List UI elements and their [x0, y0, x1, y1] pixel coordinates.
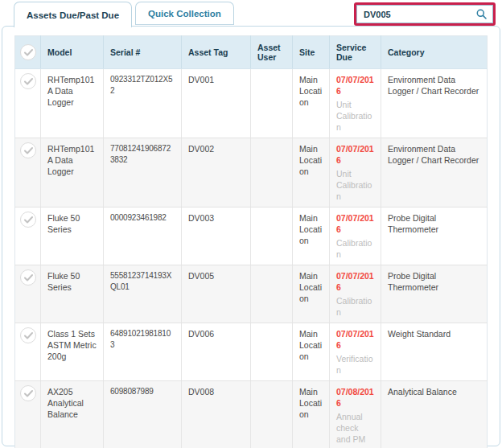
- cell-select: [15, 138, 41, 208]
- row-checkbox[interactable]: [20, 212, 36, 228]
- cell-model: Class 1 Sets ASTM Metric 200g: [41, 323, 104, 381]
- cell-asset-user: [251, 138, 293, 208]
- cell-category: Analytical Balance: [381, 381, 488, 448]
- column-header-asset-tag[interactable]: Asset Tag: [182, 36, 251, 69]
- cell-asset-user: [251, 208, 293, 265]
- search-input[interactable]: [357, 10, 476, 19]
- cell-model: Fluke 50 Series: [41, 208, 104, 265]
- cell-select: [15, 265, 41, 323]
- cell-asset-tag: DV008: [182, 381, 251, 448]
- cell-category: Weight Standard: [381, 323, 488, 381]
- service-due-type: Verification: [336, 353, 374, 376]
- tab-quick-collection[interactable]: Quick Collection: [135, 2, 234, 25]
- cell-site: Main Location: [293, 69, 330, 138]
- cell-model: Fluke 50 Series: [41, 265, 104, 323]
- cell-serial: 0000923461982: [104, 208, 182, 265]
- service-due-date: 07/07/2016: [336, 74, 374, 97]
- row-checkbox[interactable]: [20, 385, 36, 401]
- service-due-type: Calibration: [336, 295, 374, 318]
- table-row[interactable]: RHTemp101A Data Logger 77081241906872383…: [15, 138, 488, 208]
- search-icon[interactable]: [476, 9, 492, 19]
- column-header-asset-user[interactable]: Asset User: [251, 36, 293, 69]
- assets-panel: ModelSerial #Asset TagAsset UserSiteServ…: [2, 26, 500, 446]
- table-row[interactable]: Fluke 50 Series 5558123714193XQL01 DV005…: [15, 265, 488, 323]
- cell-select: [15, 208, 41, 265]
- tab-label: Assets Due/Past Due: [27, 10, 119, 20]
- column-header-service-due[interactable]: Service Due: [330, 36, 381, 69]
- row-checkbox[interactable]: [20, 142, 36, 158]
- column-header-category[interactable]: Category: [381, 36, 488, 69]
- service-due-date: 07/08/2016: [336, 386, 374, 409]
- cell-serial: 0923312TZ012X52: [104, 69, 182, 138]
- cell-service-due: 07/07/2016 Unit Calibration: [330, 138, 381, 208]
- table-row[interactable]: RHTemp101A Data Logger 0923312TZ012X52 D…: [15, 69, 488, 138]
- select-all-checkbox[interactable]: [20, 44, 36, 60]
- cell-category: Environment Data Logger / Chart Recorder: [381, 138, 488, 208]
- cell-site: Main Location: [293, 265, 330, 323]
- row-checkbox[interactable]: [20, 327, 36, 343]
- service-due-type: Annual check and PM: [336, 411, 374, 445]
- cell-asset-user: [251, 265, 293, 323]
- cell-category: Environment Data Logger / Chart Recorder: [381, 69, 488, 138]
- cell-service-due: 07/07/2016 Verification: [330, 323, 381, 381]
- cell-asset-tag: DV001: [182, 69, 251, 138]
- service-due-type: Unit Calibration: [336, 99, 374, 133]
- cell-select: [15, 323, 41, 381]
- service-due-date: 07/07/2016: [336, 270, 374, 293]
- cell-category: Probe Digital Thermometer: [381, 265, 488, 323]
- cell-select: [15, 69, 41, 138]
- column-header-site[interactable]: Site: [293, 36, 330, 69]
- cell-site: Main Location: [293, 381, 330, 448]
- cell-model: RHTemp101A Data Logger: [41, 69, 104, 138]
- cell-asset-user: [251, 323, 293, 381]
- cell-asset-tag: DV002: [182, 138, 251, 208]
- table-header-row: ModelSerial #Asset TagAsset UserSiteServ…: [15, 36, 488, 69]
- cell-service-due: 07/07/2016 Calibration: [330, 265, 381, 323]
- cell-serial: 5558123714193XQL01: [104, 265, 182, 323]
- cell-asset-tag: DV003: [182, 208, 251, 265]
- service-due-date: 07/07/2016: [336, 212, 374, 235]
- cell-category: Probe Digital Thermometer: [381, 208, 488, 265]
- cell-select: [15, 381, 41, 448]
- cell-asset-tag: DV005: [182, 265, 251, 323]
- cell-site: Main Location: [293, 208, 330, 265]
- column-header-serial[interactable]: Serial #: [104, 36, 182, 69]
- row-checkbox[interactable]: [20, 269, 36, 286]
- search-annotation-highlight: [354, 2, 496, 26]
- service-due-type: Unit Calibration: [336, 168, 374, 202]
- cell-service-due: 07/07/2016 Calibration: [330, 208, 381, 265]
- service-due-date: 07/07/2016: [336, 143, 374, 166]
- asset-table-wrap: ModelSerial #Asset TagAsset UserSiteServ…: [14, 35, 488, 448]
- cell-model: RHTemp101A Data Logger: [41, 138, 104, 208]
- cell-serial: 770812419068723832: [104, 138, 182, 208]
- cell-service-due: 07/07/2016 Unit Calibration: [330, 69, 381, 138]
- cell-site: Main Location: [293, 323, 330, 381]
- column-header-model[interactable]: Model: [41, 36, 104, 69]
- table-row[interactable]: Fluke 50 Series 0000923461982 DV003 Main…: [15, 208, 488, 265]
- cell-asset-user: [251, 69, 293, 138]
- cell-serial: 6098087989: [104, 381, 182, 448]
- cell-serial: 648910219818103: [104, 323, 182, 381]
- tab-label: Quick Collection: [148, 9, 221, 18]
- table-row[interactable]: AX205 Analytical Balance 6098087989 DV00…: [15, 381, 488, 448]
- asset-table: ModelSerial #Asset TagAsset UserSiteServ…: [14, 35, 488, 448]
- cell-model: AX205 Analytical Balance: [41, 381, 104, 448]
- service-due-date: 07/07/2016: [336, 328, 374, 351]
- cell-asset-user: [251, 381, 293, 448]
- cell-service-due: 07/08/2016 Annual check and PM: [330, 381, 381, 448]
- search-box: [356, 5, 493, 23]
- tab-strip: Assets Due/Past Due Quick Collection: [14, 2, 234, 27]
- asset-table-body: RHTemp101A Data Logger 0923312TZ012X52 D…: [15, 69, 488, 448]
- cell-site: Main Location: [293, 138, 330, 208]
- row-checkbox[interactable]: [20, 73, 36, 89]
- tab-assets-due-past-due[interactable]: Assets Due/Past Due: [14, 2, 132, 27]
- select-all-header: [15, 36, 41, 69]
- cell-asset-tag: DV006: [182, 323, 251, 381]
- service-due-type: Calibration: [336, 237, 374, 260]
- table-row[interactable]: Class 1 Sets ASTM Metric 200g 6489102198…: [15, 323, 488, 381]
